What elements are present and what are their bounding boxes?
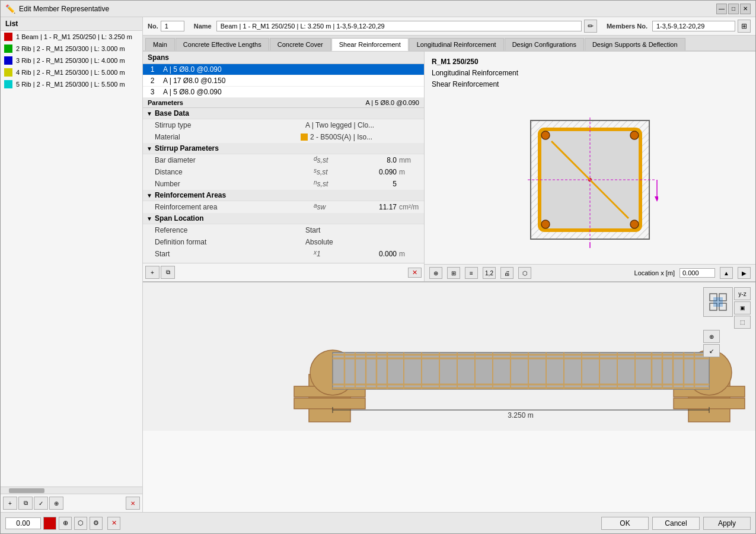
footer-buttons: OK Cancel Apply — [601, 517, 751, 530]
span-row-1[interactable]: 1 A | 5 Ø8.0 @0.090 — [143, 64, 424, 75]
members-label: Members No. — [607, 23, 647, 30]
view-mode3-button[interactable]: ⬚ — [734, 316, 751, 329]
check-list-button[interactable]: ✓ — [34, 497, 48, 510]
beam-3d-svg: 3.250 m — [143, 282, 755, 431]
tab-shear-reinforcement[interactable]: Shear Reinforcement — [331, 38, 409, 51]
apply-button[interactable]: Apply — [703, 517, 751, 530]
name-input[interactable] — [216, 21, 582, 31]
param-row: Material 2 - B500S(A) | Iso... — [143, 131, 424, 143]
span-label: A | 17 Ø8.0 @0.150 — [163, 77, 225, 85]
spans-list: 1 A | 5 Ø8.0 @0.090 2 A | 17 Ø8.0 @0.150… — [143, 64, 424, 98]
visualization-panel: R_M1 250/250 Longitudinal Reinforcement … — [425, 52, 755, 281]
location-down-button[interactable]: ▶ — [738, 267, 751, 279]
copy-list-item-button[interactable]: ⧉ — [18, 497, 33, 510]
param-group-label: Span Location — [155, 214, 204, 223]
list-item-label: 1 Beam | 1 - R_M1 250/250 | L: 3.250 m — [16, 33, 132, 40]
list-header: List — [1, 17, 142, 31]
members-edit-button[interactable]: ⊞ — [738, 20, 751, 33]
viz-mode-button[interactable]: ≡ — [465, 267, 478, 279]
span-row-2[interactable]: 2 A | 17 Ø8.0 @0.150 — [143, 75, 424, 87]
name-edit-button[interactable]: ✏ — [584, 20, 597, 33]
name-field: Name ✏ — [189, 20, 597, 33]
viz-info-line1: R_M1 250/250 — [432, 56, 748, 68]
param-group-header[interactable]: ▼ Base Data — [143, 108, 424, 119]
right-content: No. Name ✏ Members No. ⊞ Main Concrete E… — [143, 17, 755, 512]
param-group-span-location: ▼ Span Location Reference Start Definiti… — [143, 213, 424, 263]
viz-view-button[interactable]: ⊞ — [447, 267, 460, 279]
svg-point-5 — [630, 131, 639, 139]
coord-display: 0.00 — [5, 517, 41, 529]
list-item-label: 3 Rib | 2 - R_M1 250/300 | L: 4.000 m — [16, 57, 125, 64]
list-item[interactable]: 5 Rib | 2 - R_M1 250/300 | L: 5.500 m — [1, 78, 142, 90]
tab-concrete-cover[interactable]: Concrete Cover — [270, 38, 331, 50]
viz-print-button[interactable]: 🖨 — [500, 267, 513, 279]
location-up-button[interactable]: ▲ — [720, 267, 733, 279]
ok-button[interactable]: OK — [601, 517, 649, 530]
param-group-label: Base Data — [155, 109, 189, 117]
svg-point-6 — [541, 220, 550, 228]
svg-text:3.250 m: 3.250 m — [508, 411, 533, 419]
add-list-item-button[interactable]: + — [3, 497, 17, 510]
color-swatch-4 — [4, 68, 12, 77]
parameters-current-value: A | 5 Ø8.0 @0.090 — [366, 99, 419, 106]
tab-concrete-effective-lengths[interactable]: Concrete Effective Lengths — [176, 38, 269, 50]
tab-design-configurations[interactable]: Design Configurations — [505, 38, 584, 50]
color-picker-button[interactable] — [43, 517, 56, 530]
minimize-button[interactable]: — — [716, 4, 727, 14]
param-row: Bar diameter ds,st 8.0 mm — [143, 154, 424, 166]
view-mode2-button[interactable]: ▣ — [734, 301, 751, 314]
view-controls: y-z ▣ ⬚ ⊕ ↙ — [703, 287, 751, 357]
no-input[interactable] — [161, 21, 184, 31]
close-footer-button[interactable]: ✕ — [107, 517, 120, 530]
filter-list-button[interactable]: ⊕ — [49, 497, 63, 510]
view-measure-button[interactable]: ⊕ — [703, 330, 720, 343]
view-extra-button[interactable]: ↙ — [703, 344, 720, 357]
location-input[interactable] — [680, 268, 715, 278]
svg-point-7 — [630, 220, 639, 228]
members-input[interactable] — [652, 21, 735, 31]
list-item-label: 4 Rib | 2 - R_M1 250/300 | L: 5.000 m — [16, 69, 125, 76]
settings-button[interactable]: ⚙ — [90, 517, 103, 530]
svg-rect-64 — [713, 297, 723, 307]
list-bottom-toolbar: + ⧉ ✓ ⊕ ✕ — [1, 494, 142, 512]
svg-rect-21 — [294, 398, 365, 409]
tab-main[interactable]: Main — [145, 38, 175, 50]
viz-info-line3: Shear Reinforcement — [432, 79, 748, 90]
tab-longitudinal-reinforcement[interactable]: Longitudinal Reinforcement — [409, 38, 504, 50]
view-toggle-button[interactable]: ⬡ — [74, 517, 87, 530]
view-grid-button[interactable] — [703, 287, 733, 317]
spans-header: Spans — [143, 52, 424, 64]
window-title: Edit Member Representative — [19, 5, 109, 13]
copy-span-button[interactable]: ⧉ — [161, 266, 175, 279]
material-color-dot — [301, 134, 308, 141]
tab-design-supports-deflection[interactable]: Design Supports & Deflection — [585, 38, 685, 50]
snap-button[interactable]: ⊕ — [59, 517, 72, 530]
cross-section-svg: y z — [522, 112, 658, 248]
delete-span-button[interactable]: ✕ — [408, 268, 422, 278]
maximize-button[interactable]: □ — [728, 4, 739, 14]
viz-extra-button[interactable]: ⬡ — [518, 267, 531, 279]
delete-list-item-button[interactable]: ✕ — [126, 497, 140, 510]
color-swatch-1 — [4, 33, 12, 41]
span-row-3[interactable]: 3 A | 5 Ø8.0 @0.090 — [143, 87, 424, 98]
list-item[interactable]: 4 Rib | 2 - R_M1 250/300 | L: 5.000 m — [1, 66, 142, 78]
color-swatch-2 — [4, 44, 12, 53]
list-item[interactable]: 3 Rib | 2 - R_M1 250/300 | L: 4.000 m — [1, 55, 142, 66]
close-button[interactable]: ✕ — [740, 4, 751, 14]
list-panel: List 1 Beam | 1 - R_M1 250/250 | L: 3.25… — [1, 17, 143, 512]
list-item[interactable]: 2 Rib | 2 - R_M1 250/300 | L: 3.000 m — [1, 43, 142, 55]
list-item[interactable]: 1 Beam | 1 - R_M1 250/250 | L: 3.250 m — [1, 31, 142, 43]
list-items-container: 1 Beam | 1 - R_M1 250/250 | L: 3.250 m 2… — [1, 31, 142, 487]
param-group-header[interactable]: ▼ Span Location — [143, 213, 424, 224]
param-group-label: Stirrup Parameters — [155, 144, 219, 152]
view-yz-button[interactable]: y-z — [734, 287, 751, 300]
cancel-button[interactable]: Cancel — [652, 517, 700, 530]
param-group-header[interactable]: ▼ Stirrup Parameters — [143, 143, 424, 154]
location-bar: ⊕ ⊞ ≡ 1,2 🖨 ⬡ Location x [m] ▲ ▶ — [425, 264, 755, 281]
param-group-header[interactable]: ▼ Reinforcement Areas — [143, 190, 424, 201]
viz-filter-button[interactable]: ⊕ — [429, 267, 442, 279]
list-scrollbar[interactable] — [1, 487, 142, 494]
param-group-base-data: ▼ Base Data Stirrup type A | Two legged … — [143, 108, 424, 143]
viz-numbers-button[interactable]: 1,2 — [483, 267, 496, 279]
add-span-button[interactable]: + — [145, 266, 160, 279]
